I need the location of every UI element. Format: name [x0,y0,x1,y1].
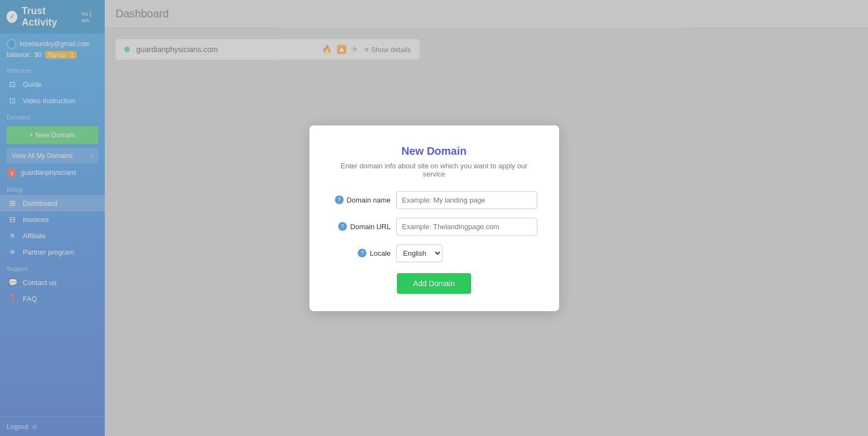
main-body: guardianphysicians.com 🔥 🔼 ✈ ≡ Show deta… [105,28,868,436]
locale-field-label: Locale [370,249,390,257]
locale-row: ? Locale English Russian German French S… [331,244,537,262]
new-domain-modal: New Domain Enter domain info about site … [309,125,559,311]
domain-url-label-group: ? Domain URL [331,222,391,231]
domain-name-help-icon[interactable]: ? [335,195,344,204]
domain-url-field-label: Domain URL [350,223,390,231]
modal-subtitle: Enter domain info about site on which yo… [331,162,537,178]
add-domain-button[interactable]: Add Domain [397,273,471,294]
main-content-area: Dashboard guardianphysicians.com 🔥 🔼 ✈ ≡… [105,0,868,436]
modal-overlay: New Domain Enter domain info about site … [105,0,868,436]
locale-select[interactable]: English Russian German French Spanish [396,244,442,262]
modal-title: New Domain [331,145,537,157]
domain-url-input[interactable] [396,218,537,236]
domain-url-help-icon[interactable]: ? [338,222,347,231]
domain-name-field-label: Domain name [347,196,391,204]
domain-name-label-group: ? Domain name [331,195,391,204]
locale-help-icon[interactable]: ? [358,249,366,257]
domain-name-input[interactable] [396,191,537,209]
domain-url-row: ? Domain URL [331,218,537,236]
domain-name-row: ? Domain name [331,191,537,209]
locale-label-group: ? Locale [331,249,391,257]
add-domain-label: Add Domain [413,279,455,288]
